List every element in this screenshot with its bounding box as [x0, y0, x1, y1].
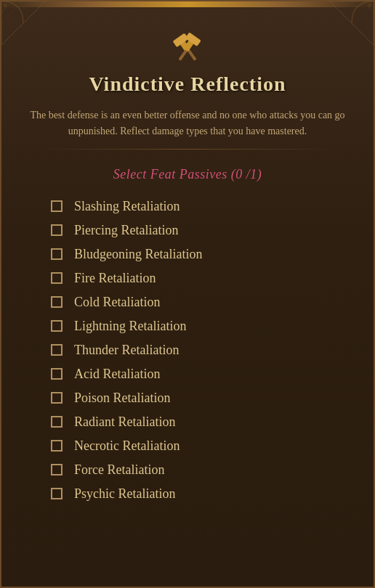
checkbox-slashing[interactable]: [51, 200, 62, 212]
passive-item-cold[interactable]: Cold Retaliation: [45, 291, 330, 314]
passive-item-radiant[interactable]: Radiant Retaliation: [45, 411, 330, 433]
passive-label-lightning: Lightning Retaliation: [74, 319, 186, 334]
passive-item-bludgeoning[interactable]: Bludgeoning Retaliation: [45, 243, 330, 266]
passive-label-poison: Poison Retaliation: [74, 391, 171, 406]
checkbox-cold[interactable]: [51, 296, 62, 308]
passive-label-thunder: Thunder Retaliation: [74, 343, 179, 358]
corner-decoration-tl: [1, 1, 45, 45]
divider: [39, 149, 336, 150]
top-border-decoration: [1, 1, 374, 7]
passive-label-psychic: Psychic Retaliation: [74, 486, 175, 502]
passive-label-necrotic: Necrotic Retaliation: [74, 438, 180, 454]
feat-panel: Vindictive Reflection The best defense i…: [0, 0, 375, 588]
checkbox-psychic[interactable]: [51, 488, 62, 499]
passive-label-force: Force Retaliation: [74, 462, 164, 478]
passive-label-slashing: Slashing Retaliation: [74, 199, 180, 214]
checkbox-bludgeoning[interactable]: [51, 248, 62, 260]
panel-description: The best defense is an even better offen…: [1, 107, 374, 140]
passive-label-radiant: Radiant Retaliation: [74, 415, 175, 430]
checkbox-lightning[interactable]: [51, 320, 62, 332]
passive-item-psychic[interactable]: Psychic Retaliation: [45, 483, 330, 505]
svg-rect-7: [178, 49, 187, 60]
svg-point-1: [368, 3, 372, 7]
feat-icon: [166, 30, 209, 67]
passive-item-acid[interactable]: Acid Retaliation: [45, 363, 330, 385]
passive-item-piercing[interactable]: Piercing Retaliation: [45, 219, 330, 242]
passive-item-fire[interactable]: Fire Retaliation: [45, 267, 330, 290]
checkbox-piercing[interactable]: [51, 224, 62, 236]
passive-item-poison[interactable]: Poison Retaliation: [45, 387, 330, 409]
panel-title: Vindictive Reflection: [74, 73, 300, 96]
passive-item-slashing[interactable]: Slashing Retaliation: [45, 195, 330, 218]
passive-item-force[interactable]: Force Retaliation: [45, 459, 330, 481]
passive-label-acid: Acid Retaliation: [74, 367, 160, 382]
corner-decoration-tr: [330, 1, 374, 45]
passive-label-piercing: Piercing Retaliation: [74, 223, 178, 238]
checkbox-necrotic[interactable]: [51, 440, 62, 452]
passive-label-fire: Fire Retaliation: [74, 271, 156, 286]
svg-point-0: [3, 3, 7, 7]
checkbox-thunder[interactable]: [51, 344, 62, 356]
passive-item-thunder[interactable]: Thunder Retaliation: [45, 339, 330, 362]
passive-label-bludgeoning: Bludgeoning Retaliation: [74, 247, 202, 262]
passives-list: Slashing RetaliationPiercing Retaliation…: [1, 188, 374, 513]
crossed-hammers-icon: [168, 30, 208, 67]
select-feat-label: Select Feat Passives (0 /1): [113, 167, 262, 182]
passive-item-lightning[interactable]: Lightning Retaliation: [45, 315, 330, 338]
svg-rect-4: [188, 49, 196, 60]
checkbox-acid[interactable]: [51, 368, 62, 380]
passive-item-necrotic[interactable]: Necrotic Retaliation: [45, 435, 330, 457]
passive-label-cold: Cold Retaliation: [74, 295, 161, 310]
checkbox-force[interactable]: [51, 464, 62, 475]
checkbox-radiant[interactable]: [51, 416, 62, 428]
checkbox-fire[interactable]: [51, 272, 62, 284]
checkbox-poison[interactable]: [51, 392, 62, 404]
